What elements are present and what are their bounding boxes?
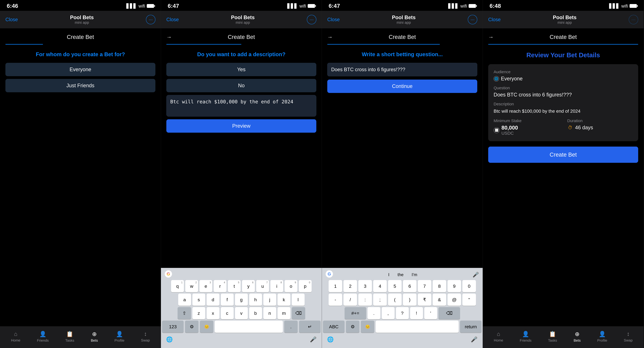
close-button-3[interactable]: Close xyxy=(327,17,340,22)
mic-key-3[interactable]: 🎤 xyxy=(471,336,478,342)
key-a-2[interactable]: a xyxy=(178,294,191,306)
more-options-button-3[interactable]: ··· xyxy=(468,15,477,24)
no-button-2[interactable]: No xyxy=(166,79,316,92)
key-slash-3[interactable]: / xyxy=(344,294,357,306)
key-emoji-3[interactable]: 😊 xyxy=(361,320,374,333)
tab-profile-1[interactable]: 👤 Profile xyxy=(114,331,124,342)
key-q-2[interactable]: q1 xyxy=(171,280,184,292)
key-settings-3[interactable]: ⚙ xyxy=(346,320,360,333)
tab-swap-1[interactable]: ↕ Swap xyxy=(141,331,150,342)
key-question-3[interactable]: ? xyxy=(396,307,409,319)
key-y-2[interactable]: y6 xyxy=(242,280,255,292)
suggestion-i-3[interactable]: I xyxy=(388,272,390,277)
key-x-2[interactable]: x xyxy=(206,307,220,319)
key-period-2[interactable]: . xyxy=(284,320,298,333)
key-7-3[interactable]: 7 xyxy=(418,280,431,292)
key-1-3[interactable]: 1 xyxy=(328,280,342,292)
key-j-2[interactable]: j xyxy=(263,294,276,306)
key-t-2[interactable]: t5 xyxy=(228,280,241,292)
key-8-3[interactable]: 8 xyxy=(433,280,446,292)
key-at-3[interactable]: @ xyxy=(448,294,461,306)
key-2-3[interactable]: 2 xyxy=(344,280,357,292)
key-apos-3[interactable]: ' xyxy=(424,307,437,319)
key-comma-3[interactable]: , xyxy=(382,307,394,319)
just-friends-button[interactable]: Just Friends xyxy=(6,79,156,92)
question-input-3[interactable] xyxy=(327,63,477,76)
key-f-2[interactable]: f xyxy=(221,294,234,306)
key-5-3[interactable]: 5 xyxy=(388,280,402,292)
back-arrow-2[interactable]: → xyxy=(166,34,172,40)
key-o-2[interactable]: o9 xyxy=(284,280,298,292)
key-b-2[interactable]: b xyxy=(249,307,262,319)
key-g-2[interactable]: g xyxy=(235,294,248,306)
key-excl-3[interactable]: ! xyxy=(410,307,423,319)
yes-button-2[interactable]: Yes xyxy=(166,63,316,76)
key-v-2[interactable]: v xyxy=(235,307,248,319)
everyone-button[interactable]: Everyone xyxy=(6,63,156,76)
key-6-3[interactable]: 6 xyxy=(403,280,416,292)
key-r-2[interactable]: r4 xyxy=(214,280,226,292)
more-options-button-2[interactable]: ··· xyxy=(307,15,316,24)
key-9-3[interactable]: 9 xyxy=(448,280,461,292)
tab-bets-1[interactable]: ⊕ Bets xyxy=(91,331,98,342)
key-backspace-3[interactable]: ⌫ xyxy=(438,307,460,319)
key-rparen-3[interactable]: ) xyxy=(403,294,416,306)
key-d-2[interactable]: d xyxy=(206,294,220,306)
key-123-2[interactable]: 123 xyxy=(162,320,184,333)
key-shift-2[interactable]: ⇧ xyxy=(178,307,191,319)
key-4-3[interactable]: 4 xyxy=(373,280,387,292)
key-emoji-2[interactable]: 😊 xyxy=(200,320,213,333)
key-z-2[interactable]: z xyxy=(192,307,205,319)
mic-suggestion-3[interactable]: 🎤 xyxy=(472,272,479,278)
key-s-2[interactable]: s xyxy=(192,294,205,306)
key-k-2[interactable]: k xyxy=(278,294,290,306)
key-m-2[interactable]: m xyxy=(278,307,290,319)
close-button-2[interactable]: Close xyxy=(166,17,179,22)
description-input-2[interactable]: Btc will reach $100,000 by the end of 20… xyxy=(166,95,316,116)
key-w-2[interactable]: w2 xyxy=(185,280,198,292)
suggestion-im-3[interactable]: I'm xyxy=(412,272,417,277)
tab-tasks-1[interactable]: 📋 Tasks xyxy=(65,331,74,342)
key-quote-3[interactable]: " xyxy=(462,294,476,306)
tab-friends-1[interactable]: 👤 Friends xyxy=(37,331,49,342)
key-l-2[interactable]: l xyxy=(292,294,304,306)
key-backspace-2[interactable]: ⌫ xyxy=(292,307,305,319)
tab-friends-4[interactable]: 👤 Friends xyxy=(520,331,532,342)
mic-key-2[interactable]: 🎤 xyxy=(310,336,316,342)
tab-swap-4[interactable]: ↕ Swap xyxy=(624,331,633,342)
tab-profile-4[interactable]: 👤 Profile xyxy=(597,331,607,342)
key-settings-2[interactable]: ⚙ xyxy=(185,320,198,333)
key-amp-3[interactable]: & xyxy=(433,294,446,306)
close-button-4[interactable]: Close xyxy=(488,17,501,22)
preview-button-2[interactable]: Preview xyxy=(166,119,316,133)
key-space-2[interactable] xyxy=(215,320,283,333)
tab-home-4[interactable]: ⌂ Home xyxy=(494,331,503,342)
more-options-button-4[interactable]: ··· xyxy=(629,15,638,24)
key-u-2[interactable]: u7 xyxy=(256,280,269,292)
key-hashplus-3[interactable]: #+= xyxy=(344,307,366,319)
key-return-2[interactable]: ↵ xyxy=(299,320,321,333)
key-c-2[interactable]: c xyxy=(221,307,234,319)
close-button-1[interactable]: Close xyxy=(6,17,18,22)
key-0-3[interactable]: 0 xyxy=(462,280,476,292)
key-h-2[interactable]: h xyxy=(249,294,262,306)
tab-home-1[interactable]: ⌂ Home xyxy=(11,331,20,342)
continue-button-3[interactable]: Continue xyxy=(327,80,477,93)
key-abc-3[interactable]: ABC xyxy=(323,320,344,333)
globe-key-3[interactable]: 🌐 xyxy=(327,336,334,342)
tab-bets-4[interactable]: ⊕ Bets xyxy=(574,331,581,342)
key-period2-3[interactable]: . xyxy=(368,307,380,319)
key-colon-3[interactable]: : xyxy=(358,294,372,306)
globe-key-2[interactable]: 🌐 xyxy=(166,336,173,342)
key-dash-3[interactable]: - xyxy=(328,294,342,306)
key-lparen-3[interactable]: ( xyxy=(388,294,402,306)
key-e-2[interactable]: e3 xyxy=(200,280,212,292)
create-bet-button-4[interactable]: Create Bet xyxy=(488,146,638,163)
key-rupee-3[interactable]: ₹ xyxy=(418,294,431,306)
more-options-button-1[interactable]: ··· xyxy=(146,15,156,24)
back-arrow-4[interactable]: → xyxy=(488,34,494,40)
key-n-2[interactable]: n xyxy=(263,307,276,319)
key-i-2[interactable]: i8 xyxy=(270,280,283,292)
suggestion-the-3[interactable]: the xyxy=(398,272,404,277)
key-p-2[interactable]: p0 xyxy=(299,280,312,292)
